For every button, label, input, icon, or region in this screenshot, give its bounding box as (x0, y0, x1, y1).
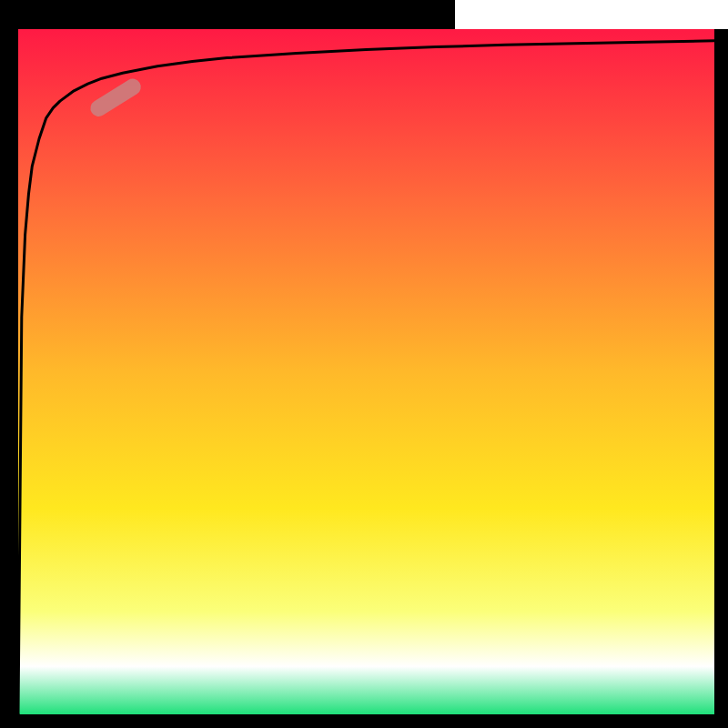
chart-container: TheBottleneck.com (0, 0, 728, 728)
chart-plot-area (18, 29, 714, 714)
bottleneck-chart (0, 0, 728, 728)
attribution-bg (455, 0, 728, 29)
